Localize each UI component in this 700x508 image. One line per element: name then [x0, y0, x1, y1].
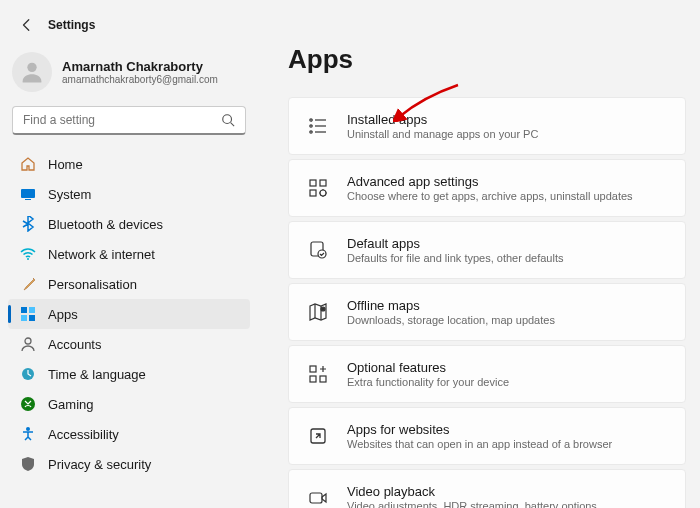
clock-icon — [20, 366, 36, 382]
card-offline-maps[interactable]: Offline maps Downloads, storage location… — [288, 283, 686, 341]
card-title: Advanced app settings — [347, 174, 633, 189]
video-icon — [307, 487, 329, 508]
sidebar-item-label: Accounts — [48, 337, 101, 352]
card-advanced-app-settings[interactable]: Advanced app settings Choose where to ge… — [288, 159, 686, 217]
sidebar-item-label: Bluetooth & devices — [48, 217, 163, 232]
svg-rect-22 — [310, 190, 316, 196]
sidebar-item-apps[interactable]: Apps — [8, 299, 250, 329]
sidebar-item-label: Accessibility — [48, 427, 119, 442]
sidebar-item-accessibility[interactable]: Accessibility — [8, 419, 250, 449]
svg-rect-8 — [21, 315, 27, 321]
card-subtitle: Choose where to get apps, archive apps, … — [347, 190, 633, 202]
card-subtitle: Websites that can open in an app instead… — [347, 438, 612, 450]
card-installed-apps[interactable]: Installed apps Uninstall and manage apps… — [288, 97, 686, 155]
card-title: Offline maps — [347, 298, 555, 313]
svg-rect-29 — [320, 376, 326, 382]
svg-point-1 — [223, 115, 232, 124]
svg-rect-6 — [21, 307, 27, 313]
svg-point-5 — [27, 258, 29, 260]
sidebar-item-gaming[interactable]: Gaming — [8, 389, 250, 419]
card-title: Installed apps — [347, 112, 538, 127]
svg-point-18 — [310, 131, 312, 133]
search-input[interactable] — [23, 113, 221, 127]
svg-rect-31 — [310, 493, 322, 503]
card-subtitle: Uninstall and manage apps on your PC — [347, 128, 538, 140]
sidebar-item-label: Time & language — [48, 367, 146, 382]
svg-point-26 — [321, 307, 325, 311]
system-icon — [20, 186, 36, 202]
card-title: Apps for websites — [347, 422, 612, 437]
card-subtitle: Defaults for file and link types, other … — [347, 252, 563, 264]
card-subtitle: Downloads, storage location, map updates — [347, 314, 555, 326]
svg-rect-20 — [310, 180, 316, 186]
grid-gear-icon — [307, 177, 329, 199]
sidebar-item-label: System — [48, 187, 91, 202]
svg-point-23 — [320, 190, 326, 196]
accounts-icon — [20, 336, 36, 352]
sidebar-item-label: Apps — [48, 307, 78, 322]
card-title: Video playback — [347, 484, 597, 499]
card-subtitle: Video adjustments, HDR streaming, batter… — [347, 500, 597, 508]
profile-name: Amarnath Chakraborty — [62, 59, 218, 74]
search-icon — [221, 113, 235, 127]
svg-rect-7 — [29, 307, 35, 313]
sidebar-item-time[interactable]: Time & language — [8, 359, 250, 389]
svg-rect-3 — [21, 189, 35, 198]
back-button[interactable] — [18, 16, 36, 34]
svg-line-2 — [231, 123, 235, 127]
page-heading: Apps — [288, 44, 686, 75]
svg-rect-21 — [320, 180, 326, 186]
svg-point-25 — [318, 250, 326, 258]
sidebar-item-label: Gaming — [48, 397, 94, 412]
svg-rect-28 — [310, 376, 316, 382]
profile-section[interactable]: Amarnath Chakraborty amarnathchakraborty… — [8, 44, 250, 106]
svg-point-16 — [310, 125, 312, 127]
search-box[interactable] — [12, 106, 246, 135]
avatar — [12, 52, 52, 92]
svg-rect-27 — [310, 366, 316, 372]
sidebar: Settings Amarnath Chakraborty amarnathch… — [0, 0, 258, 508]
card-title: Default apps — [347, 236, 563, 251]
svg-point-13 — [26, 427, 30, 431]
user-icon — [18, 58, 46, 86]
apps-icon — [20, 306, 36, 322]
accessibility-icon — [20, 426, 36, 442]
card-default-apps[interactable]: Default apps Defaults for file and link … — [288, 221, 686, 279]
arrow-left-icon — [20, 18, 34, 32]
card-optional-features[interactable]: Optional features Extra functionality fo… — [288, 345, 686, 403]
sidebar-item-system[interactable]: System — [8, 179, 250, 209]
nav-list: Home System Bluetooth & devices Network … — [8, 149, 250, 479]
sidebar-item-label: Home — [48, 157, 83, 172]
card-video-playback[interactable]: Video playback Video adjustments, HDR st… — [288, 469, 686, 508]
sidebar-item-bluetooth[interactable]: Bluetooth & devices — [8, 209, 250, 239]
sidebar-item-label: Privacy & security — [48, 457, 151, 472]
shield-check-icon — [307, 239, 329, 261]
open-external-icon — [307, 425, 329, 447]
svg-point-10 — [25, 338, 31, 344]
sidebar-item-accounts[interactable]: Accounts — [8, 329, 250, 359]
bluetooth-icon — [20, 216, 36, 232]
shield-icon — [20, 456, 36, 472]
sidebar-item-label: Network & internet — [48, 247, 155, 262]
sidebar-item-home[interactable]: Home — [8, 149, 250, 179]
svg-point-14 — [310, 119, 312, 121]
map-icon — [307, 301, 329, 323]
svg-rect-4 — [25, 199, 31, 200]
sidebar-item-label: Personalisation — [48, 277, 137, 292]
profile-email: amarnathchakraborty6@gmail.com — [62, 74, 218, 85]
sidebar-item-personalisation[interactable]: Personalisation — [8, 269, 250, 299]
sidebar-item-privacy[interactable]: Privacy & security — [8, 449, 250, 479]
settings-cards: Installed apps Uninstall and manage apps… — [288, 97, 686, 508]
svg-rect-9 — [29, 315, 35, 321]
card-subtitle: Extra functionality for your device — [347, 376, 509, 388]
sidebar-item-network[interactable]: Network & internet — [8, 239, 250, 269]
card-apps-for-websites[interactable]: Apps for websites Websites that can open… — [288, 407, 686, 465]
brush-icon — [20, 276, 36, 292]
grid-plus-icon — [307, 363, 329, 385]
main-content: Apps Installed apps Uninstall and manage… — [258, 0, 700, 508]
home-icon — [20, 156, 36, 172]
gaming-icon — [20, 396, 36, 412]
svg-point-0 — [27, 63, 36, 72]
list-icon — [307, 115, 329, 137]
page-title: Settings — [48, 18, 95, 32]
